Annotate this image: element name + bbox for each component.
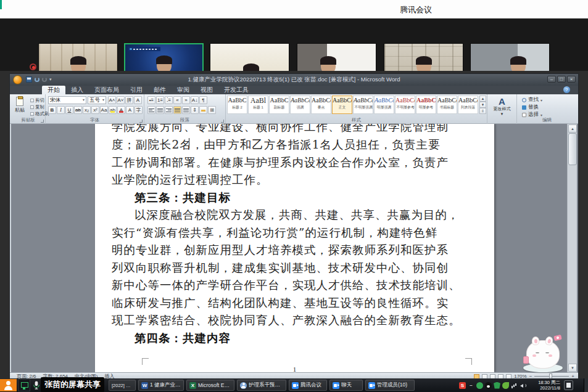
- zoom-slider[interactable]: [534, 376, 569, 377]
- window-controls: – □ ×: [547, 76, 576, 83]
- clear-formatting-button[interactable]: A: [134, 96, 142, 104]
- subscript-button[interactable]: x₂: [83, 106, 91, 114]
- show-marks-button[interactable]: ¶: [199, 96, 207, 104]
- vertical-scrollbar[interactable]: ▲ ▼: [567, 124, 577, 372]
- security-shield-icon[interactable]: [494, 382, 500, 389]
- dialog-launcher-icon[interactable]: [221, 120, 224, 123]
- styles-more-icon[interactable]: ≡: [479, 108, 486, 114]
- borders-button[interactable]: ⊞: [208, 106, 216, 114]
- multilevel-list-button[interactable]: ⁚≡: [165, 96, 173, 104]
- styles-scroll-up-icon[interactable]: ▲: [479, 96, 486, 102]
- share-mic-icon[interactable]: [31, 379, 41, 391]
- style-heading1[interactable]: AaBl标题 1: [248, 96, 268, 114]
- meeting-icon: [292, 382, 299, 389]
- close-button[interactable]: ×: [567, 76, 576, 83]
- character-border-button[interactable]: A: [126, 106, 134, 114]
- desktop-pet-widget[interactable]: [522, 335, 565, 374]
- screen-share-icon[interactable]: [18, 379, 30, 391]
- find-button[interactable]: 查找▾: [522, 96, 542, 104]
- taskbar-button-word-doc[interactable]: W 1 健康产业学院...: [138, 380, 184, 391]
- video-strip: 录制中 单大海 张苗 科教科-牛伟盼-主任: [0, 18, 588, 71]
- style-normal-selected[interactable]: AaBbCcDd正文: [332, 96, 352, 114]
- scrollbar-thumb[interactable]: [568, 133, 577, 165]
- bullets-button[interactable]: •≡: [147, 96, 155, 104]
- volume-icon[interactable]: [520, 382, 526, 389]
- style-intense-reference[interactable]: AaBbCcDd明显参考: [416, 96, 436, 114]
- tab-mailings[interactable]: 邮件: [148, 86, 172, 94]
- font-color-button[interactable]: A: [117, 106, 125, 114]
- line-spacing-button[interactable]: ⇕: [191, 106, 199, 114]
- tab-insert[interactable]: 插入: [65, 86, 89, 94]
- style-intense-emphasis[interactable]: AaBbCcDd明显强调: [374, 96, 394, 114]
- italic-button[interactable]: I: [57, 106, 65, 114]
- increase-indent-button[interactable]: »: [182, 96, 190, 104]
- superscript-button[interactable]: x²: [91, 106, 99, 114]
- align-center-button[interactable]: [156, 106, 164, 114]
- dialog-launcher-icon[interactable]: [41, 120, 44, 123]
- sogou-icon[interactable]: S: [459, 382, 466, 389]
- decrease-indent-button[interactable]: «: [173, 96, 181, 104]
- style-strong[interactable]: AaBbCcDd要点: [311, 96, 331, 114]
- network-icon[interactable]: [511, 382, 518, 389]
- align-left-button[interactable]: [147, 106, 155, 114]
- taskbar-button-members[interactable]: 管理成员(10): [365, 380, 415, 391]
- tab-page-layout[interactable]: 页面布局: [89, 86, 125, 94]
- tab-review[interactable]: 审阅: [172, 86, 195, 94]
- scroll-down-icon[interactable]: ▼: [568, 364, 577, 372]
- tab-developer[interactable]: 开发工具: [218, 86, 254, 94]
- change-case-button[interactable]: Aa: [100, 106, 108, 114]
- grow-font-button[interactable]: A˄: [108, 96, 116, 104]
- distribute-button[interactable]: [182, 106, 190, 114]
- taskbar-button-meeting[interactable]: 腾讯会议: [289, 380, 327, 391]
- green-app-icon[interactable]: [476, 382, 483, 389]
- help-icon[interactable]: ?: [563, 86, 570, 93]
- tab-references[interactable]: 引用: [125, 86, 148, 94]
- style-emphasis[interactable]: AaBbCcDd强调: [290, 96, 310, 114]
- style-book-title[interactable]: AaBbCcDd书籍标题: [437, 96, 457, 114]
- bold-button[interactable]: B: [48, 106, 56, 114]
- style-heading2[interactable]: AaBbC标题 2: [227, 96, 247, 114]
- document-page[interactable]: 学院发展方向、专业建设、横向协作工作、健全产业学院管理制 度；副院长2名，由甲方…: [95, 124, 494, 372]
- show-desktop-icon[interactable]: [584, 378, 588, 392]
- taskbar-button-chat[interactable]: 聊天: [329, 380, 363, 391]
- shrink-font-button[interactable]: A˅: [117, 96, 125, 104]
- underline-button[interactable]: U: [65, 106, 73, 114]
- style-subtitle[interactable]: AaBbC副标题: [269, 96, 289, 114]
- dialog-launcher-icon[interactable]: [139, 120, 143, 123]
- align-right-button[interactable]: [165, 106, 173, 114]
- paste-button[interactable]: 粘贴: [13, 96, 27, 115]
- maximize-button[interactable]: □: [557, 76, 566, 83]
- minimize-button[interactable]: –: [547, 76, 556, 83]
- phonetic-guide-button[interactable]: 拼: [125, 96, 133, 104]
- styles-scroll-down-icon[interactable]: ▼: [479, 102, 486, 108]
- qq-icon[interactable]: [485, 382, 492, 389]
- meeting-app-icon[interactable]: [0, 379, 17, 391]
- copy-button[interactable]: 复制: [30, 104, 44, 110]
- notification-box-icon[interactable]: [564, 380, 573, 390]
- scroll-up-icon[interactable]: ▲: [568, 125, 577, 133]
- change-styles-button[interactable]: A 更改样式 ▼: [487, 97, 516, 116]
- shading-button[interactable]: [199, 106, 207, 114]
- sort-button[interactable]: A↓: [191, 96, 199, 104]
- font-size-select[interactable]: 五号▾: [88, 96, 106, 104]
- tray-clock[interactable]: 18:30 周二 2022/11/8: [529, 380, 560, 391]
- taskbar-button-excel[interactable]: X Microsoft Excel ...: [186, 380, 234, 391]
- font-name-select[interactable]: 宋体▾: [48, 96, 86, 104]
- hidden-icons-icon[interactable]: −: [468, 382, 474, 389]
- taskbar-button-chat-window[interactable]: 护理系干预计划4...: [237, 380, 286, 391]
- justify-button[interactable]: [173, 106, 181, 114]
- antivirus-icon[interactable]: [502, 382, 509, 389]
- style-subtle-emphasis[interactable]: AaBbCcDd不明显强调: [353, 96, 373, 114]
- strikethrough-button[interactable]: ab: [74, 106, 82, 114]
- style-list-paragraph[interactable]: AaBbCcDd列表段落: [458, 96, 478, 114]
- word-titlebar[interactable]: ▾ 1.健康产业学院协议20220713 终改5(1) 已改 张苗.doc [兼…: [10, 74, 578, 86]
- numbering-button[interactable]: 1≡: [156, 96, 164, 104]
- replace-button[interactable]: 替换: [522, 104, 539, 111]
- tab-home[interactable]: 开始: [42, 86, 65, 94]
- cut-button[interactable]: 剪切: [30, 97, 44, 104]
- style-subtle-reference[interactable]: AaBbCcDd不明显参考: [395, 96, 415, 114]
- character-shading-button[interactable]: 字: [135, 106, 143, 114]
- tab-view[interactable]: 视图: [195, 86, 218, 94]
- taskbar-button-window[interactable]: [2022] 67...: [109, 380, 136, 391]
- text-highlight-button[interactable]: ab: [109, 106, 117, 114]
